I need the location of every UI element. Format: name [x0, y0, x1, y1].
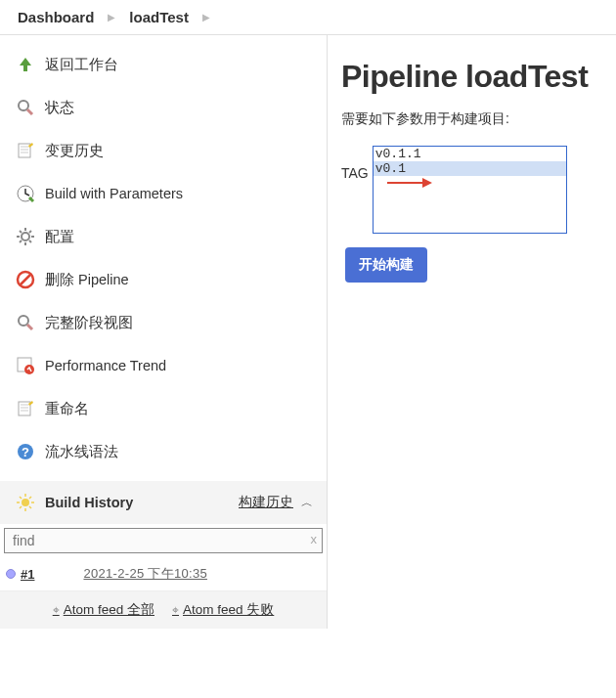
page-description: 需要如下参数用于构建项目:	[341, 110, 602, 128]
search-icon	[14, 96, 37, 119]
sidebar-item-label: 删除 Pipeline	[45, 271, 129, 289]
svg-text:?: ?	[22, 445, 29, 459]
svg-point-18	[19, 316, 28, 326]
sidebar-item-changes[interactable]: 变更历史	[0, 129, 327, 172]
svg-point-21	[24, 365, 34, 374]
svg-line-36	[29, 497, 31, 499]
build-history-title: Build History	[45, 495, 239, 510]
param-label: TAG	[341, 146, 369, 181]
select-option[interactable]: v0.1.1	[374, 147, 566, 161]
gear-icon	[14, 225, 37, 248]
notepad-icon	[14, 139, 37, 162]
build-search-input[interactable]	[4, 528, 323, 553]
sidebar-item-label: 重命名	[45, 400, 89, 418]
sidebar-item-label: 流水线语法	[45, 443, 118, 461]
chevron-right-icon: ▶	[108, 12, 115, 22]
svg-line-19	[27, 325, 32, 329]
sidebar-item-back[interactable]: 返回工作台	[0, 43, 327, 86]
sidebar-item-label: Build with Parameters	[45, 186, 183, 201]
sidebar-item-status[interactable]: 状态	[0, 86, 327, 129]
build-row[interactable]: #1 2021-2-25 下午10:35	[0, 557, 327, 591]
svg-line-33	[20, 497, 22, 499]
clear-search-button[interactable]: x	[311, 532, 318, 546]
sidebar-item-label: 状态	[45, 99, 74, 117]
main-content: Pipeline loadTest 需要如下参数用于构建项目: TAG v0.1…	[328, 35, 616, 629]
svg-line-35	[20, 506, 22, 508]
start-build-button[interactable]: 开始构建	[345, 247, 427, 283]
arrow-annotation-icon	[387, 176, 432, 190]
arrow-up-icon	[14, 53, 37, 76]
feed-all-label: Atom feed 全部	[64, 601, 154, 619]
atom-feed-fail-link[interactable]: ⌖ Atom feed 失败	[172, 601, 274, 619]
sidebar-item-label: 完整阶段视图	[45, 314, 133, 332]
tag-select[interactable]: v0.1.1 v0.1	[373, 146, 567, 234]
sidebar-item-label: 配置	[45, 228, 74, 246]
sidebar: 返回工作台 状态 变更历史 Build with Parameters 配置 删…	[0, 35, 328, 629]
feed-fail-label: Atom feed 失败	[183, 601, 274, 619]
prohibit-icon	[14, 268, 37, 291]
build-search: x	[4, 528, 323, 553]
rss-icon: ⌖	[53, 603, 60, 617]
feed-links: ⌖ Atom feed 全部 ⌖ Atom feed 失败	[0, 591, 327, 629]
sidebar-item-delete[interactable]: 删除 Pipeline	[0, 258, 327, 301]
select-option-selected[interactable]: v0.1	[374, 161, 566, 176]
svg-line-13	[29, 240, 31, 242]
atom-feed-all-link[interactable]: ⌖ Atom feed 全部	[53, 601, 154, 619]
sidebar-item-build-params[interactable]: Build with Parameters	[0, 172, 327, 215]
svg-point-7	[22, 233, 29, 240]
svg-point-28	[22, 499, 29, 506]
breadcrumb-loadtest[interactable]: loadTest	[129, 9, 189, 25]
svg-line-12	[20, 231, 22, 233]
sidebar-item-syntax[interactable]: ? 流水线语法	[0, 430, 327, 473]
search-icon	[14, 311, 37, 334]
sidebar-item-label: 变更历史	[45, 142, 104, 160]
build-time-link[interactable]: 2021-2-25 下午10:35	[83, 565, 207, 583]
svg-line-34	[29, 506, 31, 508]
sidebar-item-label: 返回工作台	[45, 56, 118, 74]
clock-icon	[14, 182, 37, 205]
sidebar-item-perf-trend[interactable]: Performance Trend	[0, 344, 327, 387]
svg-point-0	[19, 101, 28, 110]
svg-line-1	[27, 109, 32, 114]
param-tag: TAG v0.1.1 v0.1	[341, 146, 602, 234]
page-title: Pipeline loadTest	[341, 59, 602, 95]
chevron-right-icon: ▶	[202, 12, 210, 22]
help-icon: ?	[14, 440, 37, 463]
sidebar-item-full-stage[interactable]: 完整阶段视图	[0, 301, 327, 344]
chevron-up-icon[interactable]: ︿	[301, 495, 313, 511]
sun-icon	[14, 491, 37, 514]
rss-icon: ⌖	[172, 603, 179, 617]
build-history-header: Build History 构建历史 ︿	[0, 481, 327, 524]
sidebar-item-rename[interactable]: 重命名	[0, 387, 327, 430]
breadcrumb-dashboard[interactable]: Dashboard	[18, 9, 94, 25]
sidebar-item-configure[interactable]: 配置	[0, 215, 327, 258]
trend-icon	[14, 354, 37, 377]
notepad-icon	[14, 397, 37, 420]
build-number-link[interactable]: #1	[21, 567, 34, 582]
build-history-link[interactable]: 构建历史	[239, 494, 293, 511]
svg-line-14	[20, 240, 22, 242]
svg-line-17	[21, 275, 30, 284]
sidebar-item-label: Performance Trend	[45, 358, 166, 373]
breadcrumb: Dashboard ▶ loadTest ▶	[0, 0, 616, 35]
build-status-icon	[6, 569, 16, 579]
svg-line-15	[29, 231, 31, 233]
